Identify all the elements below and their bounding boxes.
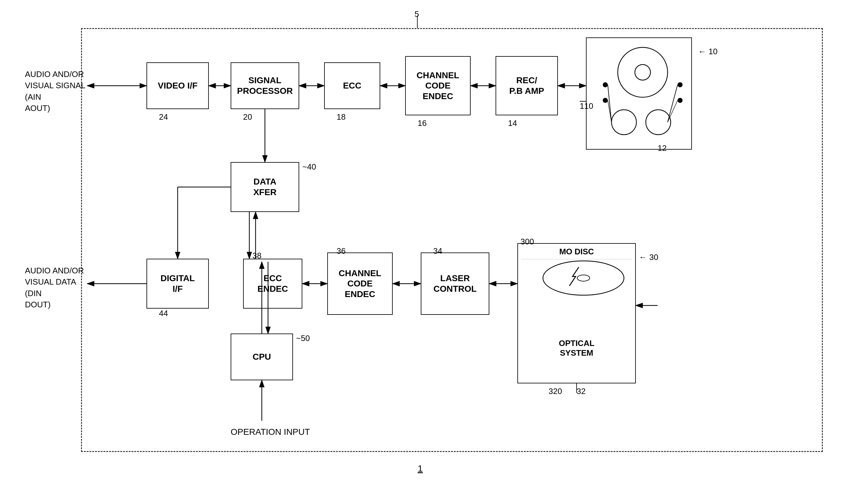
channel-code-endec-bot-block: CHANNELCODEENDEC bbox=[327, 252, 393, 315]
svg-point-7 bbox=[678, 98, 683, 103]
ref-36: 36 bbox=[337, 246, 346, 256]
mo-disc-label: MO DISC bbox=[521, 247, 632, 259]
ref-34: 34 bbox=[433, 246, 442, 256]
ref-44: 44 bbox=[159, 309, 168, 318]
svg-point-12 bbox=[543, 261, 624, 295]
mo-disc-svg bbox=[521, 259, 633, 300]
ref-30-arrow: ← 30 bbox=[639, 252, 658, 262]
ref-110: 110 bbox=[580, 101, 593, 111]
optical-system-label: OPTICALSYSTEM bbox=[518, 338, 635, 358]
ref-12: 12 bbox=[658, 143, 666, 153]
signal-processor-block: SIGNALPROCESSOR bbox=[230, 62, 299, 109]
ref-38: 38 bbox=[252, 251, 261, 261]
ref-32: 32 bbox=[577, 387, 586, 396]
ref-50: ~50 bbox=[296, 334, 310, 343]
svg-point-1 bbox=[635, 64, 650, 80]
cpu-block: CPU bbox=[230, 334, 293, 380]
laser-control-block: LASERCONTROL bbox=[421, 252, 489, 315]
optical-system-box: MO DISC OPTICALSYSTEM bbox=[517, 243, 636, 384]
ref-24: 24 bbox=[159, 112, 168, 122]
ecc-top-block: ECC bbox=[324, 62, 380, 109]
audio-visual-bot-label: AUDIO AND/ORVISUAL DATA(DINDOUT) bbox=[25, 265, 84, 310]
ref-40: ~40 bbox=[302, 162, 316, 172]
digital-if-block: DIGITALI/F bbox=[147, 259, 209, 309]
data-xfer-block: DATAXFER bbox=[230, 162, 299, 212]
video-if-block: VIDEO I/F bbox=[147, 62, 209, 109]
audio-visual-top-label: AUDIO AND/ORVISUAL SIGNAL(AINAOUT) bbox=[25, 68, 85, 114]
channel-code-endec-top-block: CHANNELCODEENDEC bbox=[405, 56, 471, 115]
svg-point-2 bbox=[612, 110, 637, 135]
rec-pb-amp-block: REC/P.B AMP bbox=[496, 56, 558, 115]
ref-320: 320 bbox=[549, 387, 562, 396]
ref-18: 18 bbox=[337, 112, 346, 122]
ecc-endec-block: ECCENDEC bbox=[243, 259, 302, 309]
ref-300: 300 bbox=[521, 237, 534, 247]
figure-number: 1 bbox=[417, 463, 423, 474]
svg-point-0 bbox=[618, 48, 668, 97]
svg-point-5 bbox=[603, 98, 608, 103]
ref-14: 14 bbox=[508, 118, 517, 128]
ref-16: 16 bbox=[417, 118, 427, 128]
ref-10: ← 10 bbox=[698, 47, 717, 56]
svg-point-4 bbox=[603, 82, 608, 87]
operation-input-label: OPERATION INPUT bbox=[230, 427, 310, 437]
svg-point-6 bbox=[678, 82, 683, 87]
svg-point-13 bbox=[577, 275, 590, 281]
svg-point-3 bbox=[646, 110, 671, 135]
diagram-container: 5 VIDEO I/F 24 SIGNALPROCESSOR 20 ECC 18… bbox=[19, 9, 854, 477]
deck-box bbox=[586, 37, 692, 150]
deck-svg bbox=[587, 38, 692, 150]
ref-20: 20 bbox=[243, 112, 252, 122]
